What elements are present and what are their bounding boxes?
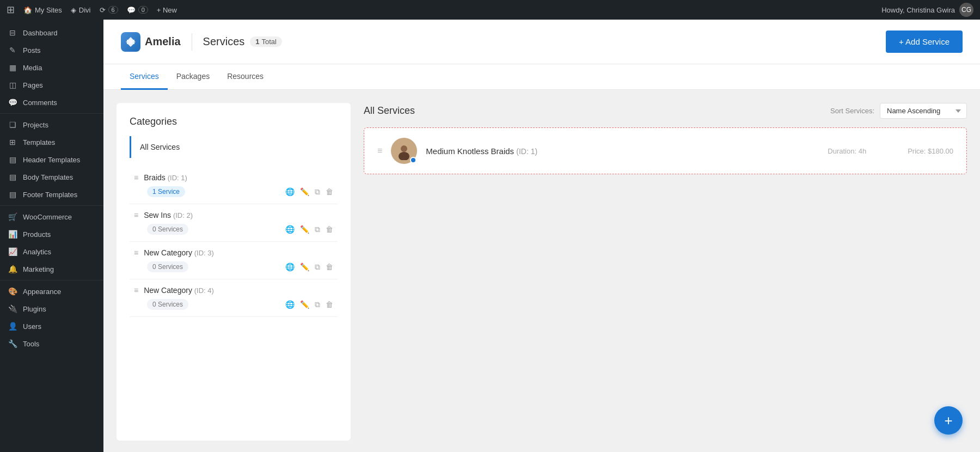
comments-link[interactable]: 💬 0 [127, 6, 148, 14]
marketing-icon: 🔔 [8, 265, 17, 273]
header-templates-icon: ▤ [8, 155, 17, 164]
tab-resources[interactable]: Resources [218, 64, 272, 90]
globe-icon[interactable]: 🌐 [285, 225, 295, 234]
sidebar-item-woocommerce[interactable]: 🛒 WooCommerce [0, 208, 103, 225]
fab-add-button[interactable]: + [934, 406, 963, 435]
header-divider [192, 33, 192, 51]
category-item-header: ≡ New Category (ID: 3) [134, 248, 333, 257]
drag-handle-icon[interactable]: ≡ [134, 286, 138, 295]
services-badge: 0 Services [147, 224, 188, 235]
sidebar-item-analytics[interactable]: 📈 Analytics [0, 243, 103, 260]
sidebar-item-posts[interactable]: ✎ Posts [0, 41, 103, 59]
total-label: Total [262, 38, 277, 46]
sidebar-item-comments[interactable]: 💬 Comments [0, 94, 103, 111]
page-title-area: Services 1 Total [203, 35, 282, 48]
posts-icon: ✎ [8, 46, 17, 54]
tools-icon: 🔧 [8, 339, 17, 348]
main-content: Amelia Services 1 Total + Add Service Se… [103, 20, 980, 452]
delete-icon[interactable]: 🗑 [326, 225, 333, 234]
service-status-dot [410, 157, 416, 163]
comments-icon: 💬 [8, 98, 17, 107]
services-badge: 0 Services [147, 299, 188, 310]
category-item: ≡ Sew Ins (ID: 2) 0 Services 🌐 ✏️ [130, 204, 338, 242]
pages-icon: ◫ [8, 81, 17, 89]
category-all-services[interactable]: All Services [130, 136, 338, 158]
category-item-footer: 0 Services 🌐 ✏️ ⧉ 🗑 [134, 299, 333, 310]
analytics-icon: 📈 [8, 247, 17, 256]
sidebar-item-products[interactable]: 📊 Products [0, 225, 103, 243]
drag-handle-icon[interactable]: ≡ [134, 248, 138, 257]
globe-icon[interactable]: 🌐 [285, 187, 295, 196]
projects-icon: ❏ [8, 120, 17, 129]
sidebar-item-media[interactable]: ▦ Media [0, 59, 103, 76]
adminbar-user: Howdy, Christina Gwira CG [881, 3, 973, 17]
category-name: New Category (ID: 3) [144, 248, 333, 257]
sidebar-item-users[interactable]: 👤 Users [0, 317, 103, 335]
divi-icon: ◈ [71, 6, 76, 14]
sync-icon: ⟳ [100, 6, 106, 14]
globe-icon[interactable]: 🌐 [285, 300, 295, 309]
edit-icon[interactable]: ✏️ [300, 300, 309, 309]
service-item: ≡ Medium Knotless Br [364, 127, 967, 174]
copy-icon[interactable]: ⧉ [315, 187, 320, 197]
tab-services[interactable]: Services [121, 64, 168, 90]
tabs-bar: Services Packages Resources [103, 64, 980, 90]
sidebar-item-pages[interactable]: ◫ Pages [0, 76, 103, 94]
amelia-logo-icon [121, 32, 140, 52]
total-count: 1 [255, 38, 259, 46]
avatar[interactable]: CG [959, 3, 973, 17]
divi-link[interactable]: ◈ Divi [71, 6, 91, 14]
edit-icon[interactable]: ✏️ [300, 262, 309, 271]
category-item: ≡ Braids (ID: 1) 1 Service 🌐 ✏️ ⧉ [130, 167, 338, 204]
sidebar-item-marketing[interactable]: 🔔 Marketing [0, 260, 103, 278]
delete-icon[interactable]: 🗑 [326, 300, 333, 309]
amelia-logo: Amelia [121, 32, 181, 52]
sidebar-item-header-templates[interactable]: ▤ Header Templates [0, 151, 103, 168]
plugins-icon: 🔌 [8, 304, 17, 313]
category-item-footer: 0 Services 🌐 ✏️ ⧉ 🗑 [134, 224, 333, 235]
home-icon: 🏠 [23, 6, 32, 14]
admin-bar: ⊞ 🏠 My Sites ◈ Divi ⟳ 6 💬 0 + New Howdy,… [0, 0, 980, 20]
categories-title: Categories [130, 116, 338, 127]
delete-icon[interactable]: 🗑 [326, 187, 333, 196]
svg-point-0 [128, 40, 133, 44]
sync-link[interactable]: ⟳ 6 [100, 6, 118, 14]
edit-icon[interactable]: ✏️ [300, 225, 309, 234]
media-icon: ▦ [8, 63, 17, 72]
copy-icon[interactable]: ⧉ [315, 262, 320, 272]
delete-icon[interactable]: 🗑 [326, 262, 333, 271]
sidebar-item-appearance[interactable]: 🎨 Appearance [0, 283, 103, 300]
sidebar-item-templates[interactable]: ⊞ Templates [0, 133, 103, 151]
service-drag-handle-icon[interactable]: ≡ [377, 146, 382, 156]
sidebar-item-footer-templates[interactable]: ▤ Footer Templates [0, 186, 103, 203]
drag-handle-icon[interactable]: ≡ [134, 211, 138, 219]
svg-point-2 [401, 145, 407, 152]
drag-handle-icon[interactable]: ≡ [134, 173, 138, 182]
tab-packages[interactable]: Packages [168, 64, 218, 90]
all-services-title: All Services [364, 105, 415, 117]
category-item: ≡ New Category (ID: 4) 0 Services 🌐 ✏️ [130, 279, 338, 317]
sort-select[interactable]: Name Ascending Name Descending Price Asc… [880, 103, 967, 119]
new-link[interactable]: + New [157, 6, 177, 14]
sidebar-item-tools[interactable]: 🔧 Tools [0, 335, 103, 352]
sidebar-item-projects[interactable]: ❏ Projects [0, 116, 103, 133]
service-name: Medium Knotless Braids (ID: 1) [426, 146, 819, 156]
my-sites-link[interactable]: 🏠 My Sites [23, 6, 62, 14]
sidebar-item-plugins[interactable]: 🔌 Plugins [0, 300, 103, 317]
category-item: ≡ New Category (ID: 3) 0 Services 🌐 ✏️ [130, 242, 338, 279]
category-actions: 🌐 ✏️ ⧉ 🗑 [285, 187, 333, 197]
products-icon: 📊 [8, 230, 17, 239]
body-templates-icon: ▤ [8, 173, 17, 181]
add-service-button[interactable]: + Add Service [886, 30, 963, 53]
globe-icon[interactable]: 🌐 [285, 262, 295, 271]
category-actions: 🌐 ✏️ ⧉ 🗑 [285, 225, 333, 234]
wp-logo-icon[interactable]: ⊞ [7, 4, 15, 16]
edit-icon[interactable]: ✏️ [300, 187, 309, 196]
copy-icon[interactable]: ⧉ [315, 300, 320, 309]
comment-icon: 💬 [127, 6, 136, 14]
service-duration: Duration: 4h [828, 147, 866, 155]
copy-icon[interactable]: ⧉ [315, 225, 320, 234]
sidebar-item-dashboard[interactable]: ⊟ Dashboard [0, 24, 103, 41]
service-avatar-wrap [391, 138, 417, 164]
sidebar-item-body-templates[interactable]: ▤ Body Templates [0, 168, 103, 186]
